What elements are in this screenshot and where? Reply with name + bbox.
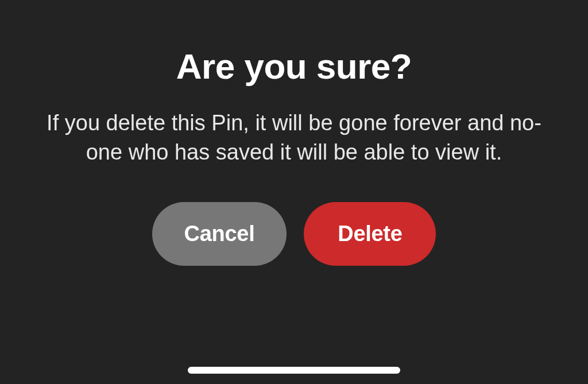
confirm-dialog: Are you sure? If you delete this Pin, it… (0, 0, 588, 266)
cancel-button[interactable]: Cancel (152, 202, 287, 266)
home-indicator[interactable] (188, 367, 400, 374)
dialog-title: Are you sure? (176, 46, 412, 87)
dialog-message: If you delete this Pin, it will be gone … (30, 108, 558, 168)
delete-button[interactable]: Delete (304, 202, 436, 266)
dialog-button-row: Cancel Delete (152, 202, 436, 266)
